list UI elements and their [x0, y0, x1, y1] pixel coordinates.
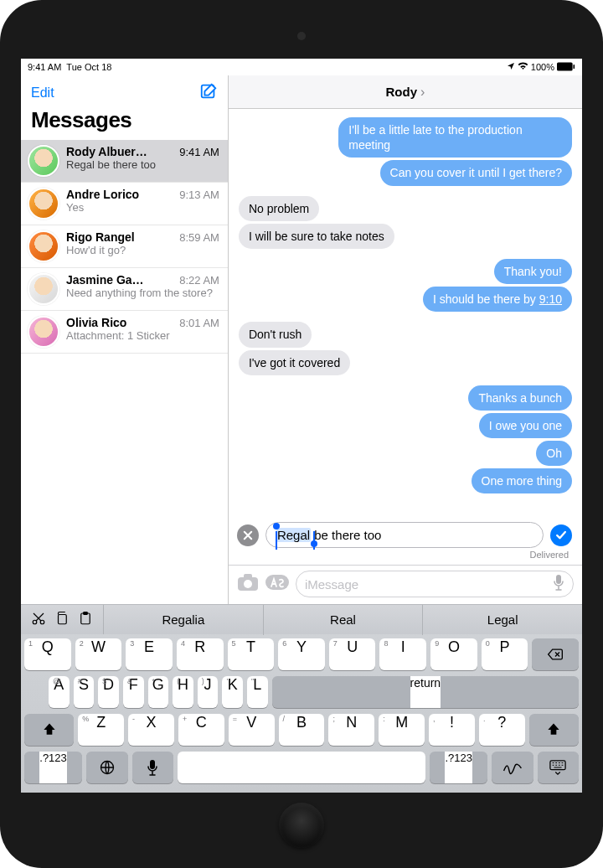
- key-b[interactable]: /B: [279, 714, 325, 746]
- shift-key[interactable]: [529, 714, 579, 746]
- number-key[interactable]: .?123: [430, 752, 487, 783]
- key-y[interactable]: 6Y: [278, 638, 325, 670]
- svg-point-5: [244, 580, 252, 588]
- prediction-suggestion[interactable]: Legal: [423, 605, 582, 635]
- status-date: Tue Oct 18: [66, 62, 111, 72]
- key-u[interactable]: 7U: [329, 638, 376, 670]
- home-button[interactable]: [279, 803, 324, 848]
- shift-key[interactable]: [24, 714, 74, 746]
- key-e[interactable]: 3E: [126, 638, 173, 670]
- conversation-title: Rody: [386, 85, 418, 99]
- paste-icon[interactable]: [78, 611, 93, 629]
- space-key[interactable]: [178, 752, 425, 783]
- cut-icon[interactable]: [31, 611, 46, 629]
- avatar: [28, 316, 59, 348]
- cancel-edit-button[interactable]: [237, 524, 259, 546]
- key-?[interactable]: .?: [479, 714, 525, 746]
- key-n[interactable]: ;N: [328, 714, 374, 746]
- key-h[interactable]: (H: [173, 676, 193, 708]
- svg-rect-7: [556, 575, 561, 584]
- conversation-header[interactable]: Rody ›: [229, 75, 582, 109]
- edit-rest-text: be there too: [314, 528, 381, 542]
- avatar: [28, 230, 59, 262]
- conversation-time: 9:13 AM: [179, 189, 219, 201]
- prediction-suggestion[interactable]: Regalia: [104, 605, 264, 635]
- conversation-item[interactable]: Andre Lorico 9:13 AM Yes: [21, 183, 228, 225]
- key-m[interactable]: :M: [379, 714, 425, 746]
- key-s[interactable]: #S: [74, 676, 95, 708]
- status-time: 9:41 AM: [28, 62, 61, 72]
- key-w[interactable]: 2W: [75, 638, 122, 670]
- key-![interactable]: ,!: [429, 714, 475, 746]
- avatar: [28, 145, 59, 177]
- conversation-name: Rigo Rangel: [66, 230, 135, 244]
- handwriting-key[interactable]: [492, 752, 533, 783]
- dictate-key[interactable]: [132, 752, 173, 783]
- conversation-item[interactable]: Rigo Rangel 8:59 AM How'd it go?: [21, 225, 228, 268]
- edit-message-field[interactable]: Regal be there too: [265, 522, 544, 548]
- apps-icon[interactable]: [265, 573, 289, 595]
- conversation-item[interactable]: Olivia Rico 8:01 AM Attachment: 1 Sticke…: [21, 311, 228, 354]
- svg-rect-10: [59, 614, 67, 623]
- key-j[interactable]: )J: [198, 676, 219, 708]
- key-i[interactable]: 8I: [379, 638, 426, 670]
- key-p[interactable]: 0P: [482, 638, 528, 670]
- key-r[interactable]: 4R: [177, 638, 224, 670]
- key-g[interactable]: *G: [148, 676, 169, 708]
- conversation-preview: Regal be there too: [66, 158, 219, 171]
- key-f[interactable]: &F: [123, 676, 144, 708]
- time-link[interactable]: 9:10: [539, 292, 562, 306]
- svg-rect-1: [573, 64, 575, 68]
- conversation-list[interactable]: Rody Albuer… 9:41 AM Regal be there too …: [21, 140, 228, 604]
- conversation-item[interactable]: Rody Albuer… 9:41 AM Regal be there too: [21, 140, 228, 183]
- mic-icon[interactable]: [553, 574, 564, 594]
- message-out[interactable]: Thank you!: [494, 259, 572, 284]
- key-o[interactable]: 9O: [430, 638, 477, 670]
- globe-key[interactable]: [86, 752, 127, 783]
- compose-button[interactable]: [199, 82, 218, 104]
- status-bar: 9:41 AM Tue Oct 18 100%: [21, 59, 582, 75]
- backspace-key[interactable]: [532, 638, 579, 670]
- key-d[interactable]: $D: [98, 676, 119, 708]
- svg-rect-6: [265, 575, 289, 590]
- message-out[interactable]: One more thing: [472, 468, 573, 493]
- key-k[interactable]: 'K: [222, 676, 243, 708]
- conversation-name: Rody Albuer…: [66, 145, 147, 158]
- message-in[interactable]: I've got it covered: [239, 350, 350, 375]
- key-c[interactable]: +C: [178, 714, 224, 746]
- key-t[interactable]: 5T: [228, 638, 275, 670]
- key-q[interactable]: 1Q: [24, 638, 71, 670]
- prediction-bar: Regalia Real Legal: [21, 604, 582, 634]
- number-key[interactable]: .?123: [24, 752, 82, 783]
- message-out[interactable]: I'll be a little late to the production …: [338, 117, 572, 158]
- message-list[interactable]: I'll be a little late to the production …: [229, 109, 582, 519]
- key-z[interactable]: %Z: [78, 714, 124, 746]
- compose-bar: iMessage: [229, 565, 582, 604]
- key-a[interactable]: @A: [49, 676, 70, 708]
- copy-icon[interactable]: [54, 611, 70, 629]
- selected-text[interactable]: Regal: [276, 528, 311, 542]
- ipad-frame: 9:41 AM Tue Oct 18 100% Edi: [0, 0, 603, 868]
- return-key[interactable]: return: [272, 676, 579, 708]
- key-x[interactable]: -X: [128, 714, 174, 746]
- message-out[interactable]: I should be there by 9:10: [423, 287, 572, 312]
- message-in[interactable]: Don't rush: [239, 322, 312, 347]
- prediction-suggestion[interactable]: Real: [264, 605, 424, 635]
- location-icon: [507, 62, 515, 72]
- compose-input[interactable]: iMessage: [296, 571, 574, 597]
- key-v[interactable]: =V: [229, 714, 275, 746]
- message-in[interactable]: I will be sure to take notes: [239, 224, 394, 249]
- message-out[interactable]: Can you cover it until I get there?: [380, 160, 572, 185]
- key-l[interactable]: "L: [247, 676, 268, 708]
- conversation-item[interactable]: Jasmine Ga… 8:22 AM Need anything from t…: [21, 268, 228, 311]
- message-out[interactable]: Oh: [536, 441, 572, 466]
- message-out[interactable]: Thanks a bunch: [468, 385, 572, 411]
- message-out[interactable]: I owe you one: [479, 413, 572, 438]
- confirm-edit-button[interactable]: [550, 524, 572, 546]
- battery-icon: [557, 62, 575, 73]
- hide-keyboard-key[interactable]: [538, 752, 579, 783]
- svg-rect-14: [150, 760, 155, 769]
- camera-icon[interactable]: [237, 573, 259, 595]
- edit-button[interactable]: Edit: [31, 85, 54, 101]
- message-in[interactable]: No problem: [239, 196, 319, 221]
